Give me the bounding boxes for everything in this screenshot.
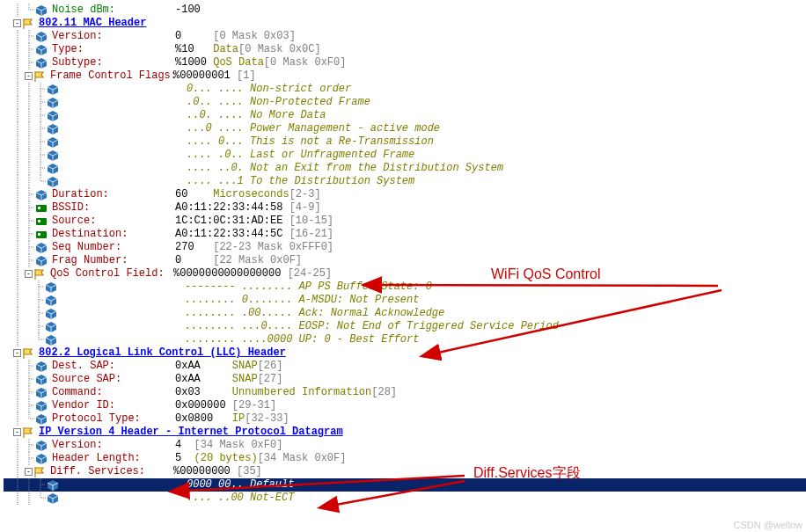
llc-proto-icon xyxy=(36,414,48,425)
mac-header[interactable]: -802.11 MAC Header xyxy=(4,17,806,30)
qos-bit-4-icon xyxy=(46,335,58,346)
llc-cmd[interactable]: Command:0x03 Unnumbered Information [28] xyxy=(4,386,806,399)
fcf-bit-3-icon xyxy=(48,124,60,135)
fcf-bit-5-icon xyxy=(48,150,60,161)
llc-header-toggle[interactable]: - xyxy=(13,349,21,357)
source-icon xyxy=(36,216,48,227)
qos-control-toggle[interactable]: - xyxy=(25,270,33,278)
subtype[interactable]: Subtype:%1000 QoS Data [0 Mask 0xF0] xyxy=(4,56,806,69)
version[interactable]: Version:0 [0 Mask 0x03] xyxy=(4,30,806,43)
qos-control[interactable]: -QoS Control Field:%0000000000000000 [24… xyxy=(4,267,806,281)
annotation-diff: Diff.Services字段 xyxy=(473,466,581,479)
frag-icon xyxy=(36,256,48,266)
fcf-bit-6[interactable]: .... ..0. Not an Exit from the Distribut… xyxy=(4,162,806,175)
qos-control-icon xyxy=(34,269,47,280)
qos-bit-1[interactable]: ........ 0....... A-MSDU: Not Present xyxy=(4,294,806,307)
fcf-bit-2[interactable]: ..0. .... No More Data xyxy=(4,109,806,122)
watermark: CSDN @wellnw xyxy=(734,519,802,532)
fcf-bit-1[interactable]: .0.. .... Non-Protected Frame xyxy=(4,96,806,109)
fcf-bit-0[interactable]: 0... .... Non-strict order xyxy=(4,83,806,96)
bssid-icon xyxy=(36,203,48,214)
fcf-bit-6-icon xyxy=(48,164,60,174)
noise-dbm[interactable]: Noise dBm:-100 xyxy=(4,4,806,17)
fcf-bit-2-icon xyxy=(48,111,60,121)
fcf[interactable]: -Frame Control Flags:%00000001 [1] xyxy=(4,69,806,83)
ip-hlen-icon xyxy=(36,454,48,464)
diff-bit-0[interactable]: 0000 00.. Default xyxy=(4,478,806,492)
fcf-bit-4-icon xyxy=(48,137,60,148)
frag[interactable]: Frag Number:0 [22 Mask 0x0F] xyxy=(4,254,806,267)
fcf-toggle[interactable]: - xyxy=(25,72,33,80)
llc-ssap-icon xyxy=(36,375,48,385)
fcf-bit-4[interactable]: .... 0... This is not a Re-Transmission xyxy=(4,135,806,149)
destination[interactable]: Destination:A0:11:22:33:44:5C [16-21] xyxy=(4,228,806,241)
qos-bit-1-icon xyxy=(46,295,58,306)
llc-header[interactable]: -802.2 Logical Link Control (LLC) Header xyxy=(4,346,806,360)
diff-bit-1[interactable]: .... ..00 Not-ECT xyxy=(4,492,806,505)
llc-ssap[interactable]: Source SAP:0xAA SNAP [27] xyxy=(4,373,806,386)
fcf-bit-1-icon xyxy=(48,98,60,108)
qos-bit-3-icon xyxy=(46,322,58,332)
type-icon xyxy=(36,45,48,55)
qos-bit-4[interactable]: ........ ....0000 UP: 0 - Best Effort xyxy=(4,333,806,346)
ip-version[interactable]: Version:4 [34 Mask 0xF0] xyxy=(4,439,806,452)
llc-cmd-icon xyxy=(36,388,48,398)
llc-vendor[interactable]: Vendor ID:0x000000 [29-31] xyxy=(4,399,806,412)
diff-services-toggle[interactable]: - xyxy=(25,468,33,476)
annotation-qos: WiFi QoS Control xyxy=(491,267,600,281)
fcf-bit-0-icon xyxy=(48,84,60,95)
llc-dsap-icon xyxy=(36,361,48,372)
ip-header-toggle[interactable]: - xyxy=(13,428,21,436)
bssid[interactable]: BSSID:A0:11:22:33:44:58 [4-9] xyxy=(4,201,806,215)
ip-hlen[interactable]: Header Length:5 (20 bytes) [34 Mask 0x0F… xyxy=(4,452,806,465)
llc-proto[interactable]: Protocol Type:0x0800 IP [32-33] xyxy=(4,412,806,426)
mac-header-icon xyxy=(23,18,35,29)
diff-services[interactable]: -Diff. Services:%00000000 [35] xyxy=(4,465,806,478)
ip-version-icon xyxy=(36,441,48,451)
fcf-bit-3[interactable]: ...0 .... Power Management - active mode xyxy=(4,122,806,135)
diff-bit-1-icon xyxy=(48,493,60,504)
fcf-bit-7-icon xyxy=(48,177,60,187)
seq[interactable]: Seq Number:270 [22-23 Mask 0xFFF0] xyxy=(4,241,806,254)
ip-header[interactable]: -IP Version 4 Header - Internet Protocol… xyxy=(4,426,806,439)
fcf-bit-5[interactable]: .... .0.. Last or Unfragmented Frame xyxy=(4,149,806,162)
version-icon xyxy=(36,32,48,42)
type[interactable]: Type:%10 Data [0 Mask 0x0C] xyxy=(4,43,806,56)
subtype-icon xyxy=(36,58,48,69)
mac-header-toggle[interactable]: - xyxy=(13,19,21,27)
duration-icon xyxy=(36,190,48,200)
llc-vendor-icon xyxy=(36,401,48,412)
qos-bit-2[interactable]: ........ .00..... Ack: Normal Acknowledg… xyxy=(4,307,806,320)
seq-icon xyxy=(36,243,48,253)
diff-bit-0-icon xyxy=(48,480,60,491)
fcf-bit-7[interactable]: .... ...1 To the Distribution System xyxy=(4,175,806,188)
qos-bit-3[interactable]: ........ ...0.... EOSP: Not End of Trigg… xyxy=(4,320,806,333)
qos-bit-2-icon xyxy=(46,309,58,319)
source[interactable]: Source:1C:C1:0C:31:AD:EE [10-15] xyxy=(4,215,806,228)
noise-dbm-icon xyxy=(36,5,48,16)
fcf-icon xyxy=(34,71,47,82)
diff-services-icon xyxy=(34,467,47,477)
llc-dsap[interactable]: Dest. SAP:0xAA SNAP [26] xyxy=(4,360,806,373)
ip-header-icon xyxy=(23,427,35,438)
llc-header-icon xyxy=(23,348,35,359)
destination-icon xyxy=(36,230,48,240)
duration[interactable]: Duration:60 Microseconds [2-3] xyxy=(4,188,806,201)
qos-bit-0[interactable]: -------- ........ AP PS Buffer State: 0 xyxy=(4,281,806,294)
qos-bit-0-icon xyxy=(46,282,58,293)
